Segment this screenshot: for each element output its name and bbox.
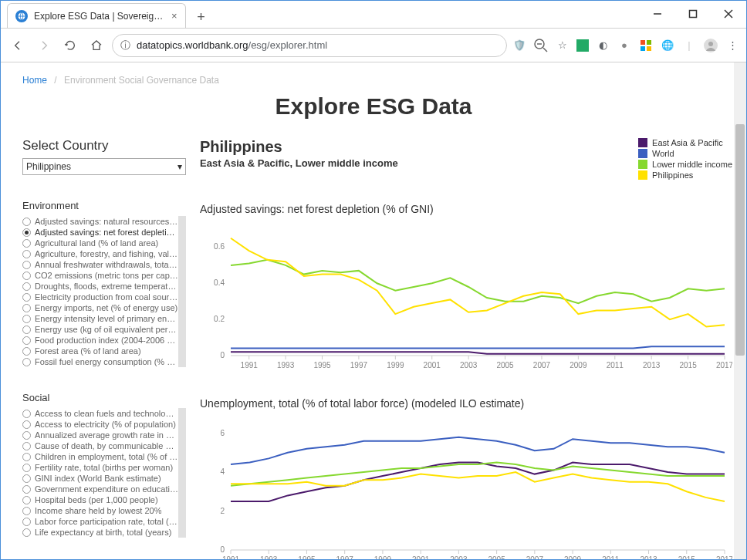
filter-item-label: Hospital beds (per 1,000 people) bbox=[35, 495, 158, 504]
svg-text:1999: 1999 bbox=[374, 555, 392, 559]
filter-item[interactable]: Food production index (2004-2006 = 1… bbox=[22, 335, 178, 346]
browser-tab[interactable]: Explore ESG Data | Sovereign En × bbox=[7, 3, 186, 28]
filter-item[interactable]: GINI index (World Bank estimate) bbox=[22, 473, 178, 484]
chart: 00.20.40.6199119931995199719992001200320… bbox=[200, 221, 732, 376]
radio-icon bbox=[22, 315, 31, 323]
svg-rect-11 bbox=[647, 46, 651, 51]
svg-point-13 bbox=[708, 42, 713, 46]
page-scroll[interactable]: Home / Environment Social Governance Dat… bbox=[1, 62, 746, 559]
svg-rect-9 bbox=[647, 40, 651, 45]
nav-forward-button[interactable] bbox=[33, 35, 55, 56]
filter-list[interactable]: Adjusted savings: natural resources d…Ad… bbox=[22, 216, 186, 367]
filter-item[interactable]: Fertility rate, total (births per woman) bbox=[22, 462, 178, 473]
filter-item[interactable]: Labor force participation rate, total (… bbox=[22, 516, 178, 527]
legend-item: Philippines bbox=[638, 170, 732, 180]
filter-item[interactable]: Government expenditure on education… bbox=[22, 484, 178, 494]
legend-item: Lower middle income bbox=[638, 160, 732, 169]
main-column: Philippines East Asia & Pacific, Lower m… bbox=[200, 138, 732, 559]
chart-legend: East Asia & PacificWorldLower middle inc… bbox=[638, 138, 732, 181]
svg-rect-10 bbox=[641, 46, 645, 51]
star-icon[interactable]: ☆ bbox=[555, 38, 570, 53]
scrollbar-thumb[interactable] bbox=[735, 124, 745, 356]
kebab-menu-icon[interactable]: ⋮ bbox=[725, 38, 740, 53]
nav-home-button[interactable] bbox=[86, 35, 107, 56]
filter-item[interactable]: CO2 emissions (metric tons per capita) bbox=[22, 270, 178, 281]
ext1-icon[interactable] bbox=[576, 39, 589, 52]
svg-text:1991: 1991 bbox=[222, 555, 240, 559]
filter-item[interactable]: Life expectancy at birth, total (years) bbox=[22, 527, 178, 538]
divider: | bbox=[681, 38, 697, 53]
ext2-icon[interactable]: ◐ bbox=[595, 38, 610, 53]
filter-item-label: Cause of death, by communicable dise… bbox=[35, 441, 178, 450]
filter-item[interactable]: Energy intensity level of primary ener… bbox=[22, 313, 178, 324]
legend-label: Philippines bbox=[652, 170, 693, 180]
filter-item[interactable]: Electricity production from coal sourc… bbox=[22, 292, 178, 302]
radio-icon bbox=[22, 528, 31, 537]
filter-item[interactable]: Annual freshwater withdrawals, total … bbox=[22, 259, 178, 270]
filter-item-label: Adjusted savings: natural resources d… bbox=[35, 217, 178, 226]
radio-icon bbox=[22, 272, 31, 280]
page-scrollbar[interactable] bbox=[734, 62, 746, 559]
radio-icon bbox=[22, 420, 31, 429]
zoom-icon[interactable] bbox=[533, 38, 549, 53]
window-minimize-button[interactable] bbox=[640, 0, 675, 28]
legend-label: Lower middle income bbox=[652, 160, 732, 169]
filter-item[interactable]: Fossil fuel energy consumption (% of t… bbox=[22, 356, 178, 367]
info-icon: ⓘ bbox=[120, 39, 130, 52]
filter-item[interactable]: Adjusted savings: natural resources d… bbox=[22, 216, 178, 227]
browser-window: Explore ESG Data | Sovereign En × + ⓘ da… bbox=[0, 0, 747, 560]
radio-icon bbox=[22, 304, 31, 312]
address-bar[interactable]: ⓘ datatopics.worldbank.org/esg/explorer.… bbox=[112, 34, 507, 57]
country-select[interactable]: Philippines ▾ bbox=[22, 158, 186, 175]
filter-list[interactable]: Access to clean fuels and technologies …… bbox=[22, 408, 186, 538]
svg-text:0.6: 0.6 bbox=[214, 242, 225, 251]
titlebar: Explore ESG Data | Sovereign En × + bbox=[1, 1, 746, 29]
svg-text:2013: 2013 bbox=[640, 555, 657, 559]
filter-item[interactable]: Energy use (kg of oil equivalent per ca… bbox=[22, 324, 178, 335]
svg-text:2017: 2017 bbox=[716, 555, 732, 559]
filter-item-label: GINI index (World Bank estimate) bbox=[35, 474, 161, 483]
window-close-button[interactable] bbox=[711, 0, 746, 28]
svg-text:1997: 1997 bbox=[350, 361, 368, 369]
legend-swatch bbox=[638, 149, 647, 158]
filter-item[interactable]: Income share held by lowest 20% bbox=[22, 505, 178, 516]
filter-item[interactable]: Droughts, floods, extreme temperatur… bbox=[22, 281, 178, 292]
svg-text:1995: 1995 bbox=[313, 361, 331, 369]
close-tab-icon[interactable]: × bbox=[171, 10, 177, 22]
globe-icon[interactable]: 🌐 bbox=[660, 38, 675, 53]
nav-back-button[interactable] bbox=[7, 35, 29, 56]
filter-item[interactable]: Hospital beds (per 1,000 people) bbox=[22, 494, 178, 505]
nav-reload-button[interactable] bbox=[59, 35, 81, 56]
breadcrumb-home-link[interactable]: Home bbox=[22, 75, 47, 86]
filter-heading: Social bbox=[22, 392, 186, 403]
filter-item[interactable]: Access to electricity (% of population) bbox=[22, 419, 178, 430]
window-controls bbox=[640, 0, 746, 28]
filter-item[interactable]: Annualized average growth rate in per… bbox=[22, 430, 178, 440]
filter-item[interactable]: Adjusted savings: net forest depletion… bbox=[22, 227, 178, 238]
ext3-icon[interactable]: ● bbox=[617, 38, 632, 53]
filter-item[interactable]: Agriculture, forestry, and fishing, valu… bbox=[22, 248, 178, 259]
svg-text:2007: 2007 bbox=[526, 555, 544, 559]
window-maximize-button[interactable] bbox=[675, 0, 711, 28]
filter-item[interactable]: Access to clean fuels and technologies … bbox=[22, 408, 178, 419]
svg-text:2009: 2009 bbox=[570, 361, 587, 369]
svg-text:2005: 2005 bbox=[488, 555, 505, 559]
radio-icon bbox=[22, 485, 31, 494]
filter-item[interactable]: Children in employment, total (% of ch… bbox=[22, 451, 178, 462]
svg-text:2007: 2007 bbox=[533, 361, 551, 369]
filter-item[interactable]: Cause of death, by communicable dise… bbox=[22, 440, 178, 451]
radio-icon bbox=[22, 442, 31, 450]
filter-item[interactable]: Energy imports, net (% of energy use) bbox=[22, 302, 178, 313]
new-tab-button[interactable]: + bbox=[191, 6, 212, 28]
svg-text:0: 0 bbox=[220, 545, 225, 554]
filter-item-label: Energy intensity level of primary ener… bbox=[35, 314, 178, 323]
shield-icon[interactable]: 🛡️ bbox=[512, 38, 527, 53]
filter-item[interactable]: Agricultural land (% of land area) bbox=[22, 238, 178, 248]
svg-text:1995: 1995 bbox=[298, 555, 316, 559]
svg-text:2017: 2017 bbox=[716, 361, 732, 369]
legend-swatch bbox=[638, 138, 647, 147]
filter-item[interactable]: Forest area (% of land area) bbox=[22, 346, 178, 356]
legend-label: East Asia & Pacific bbox=[652, 138, 723, 147]
profile-icon[interactable] bbox=[703, 38, 718, 53]
windows-icon[interactable] bbox=[638, 38, 654, 53]
